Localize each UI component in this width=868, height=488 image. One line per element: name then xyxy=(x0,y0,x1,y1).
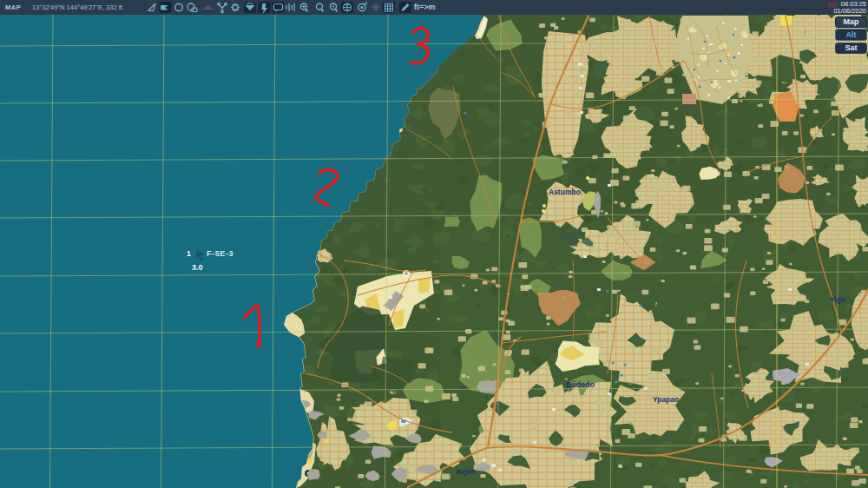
svg-text:F-5E-3: F-5E-3 xyxy=(207,249,233,258)
svg-text:3.0: 3.0 xyxy=(192,263,203,272)
svg-text:1: 1 xyxy=(187,249,191,258)
svg-text:BQb9: BQb9 xyxy=(457,468,476,476)
svg-text:Ypapao: Ypapao xyxy=(653,395,679,404)
svg-text:Yigo: Yigo xyxy=(830,295,845,304)
svg-text:Diidedo: Diidedo xyxy=(566,380,595,389)
svg-text:Astumbo: Astumbo xyxy=(549,188,581,196)
